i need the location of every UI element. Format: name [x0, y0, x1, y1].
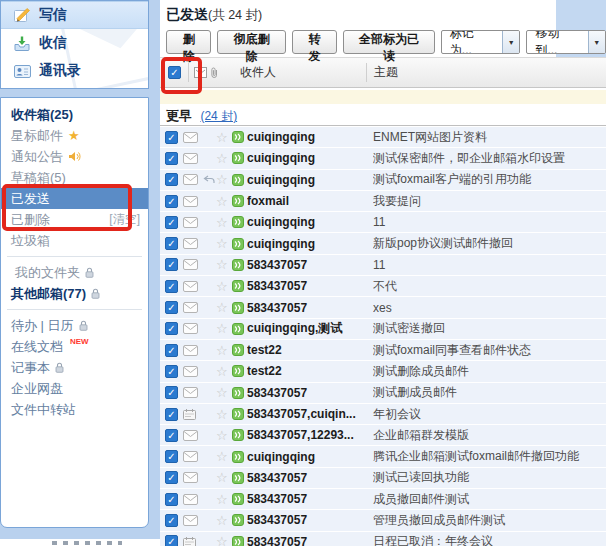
- folder-drafts[interactable]: 草稿箱(5): [1, 167, 148, 188]
- subject[interactable]: 不代: [373, 278, 606, 295]
- subject[interactable]: 我要提问: [373, 193, 606, 210]
- receive-button[interactable]: 收信: [1, 29, 148, 57]
- mail-row[interactable]: ✓☆583437057,cuiqin...年初会议: [160, 404, 606, 424]
- row-checkbox[interactable]: ✓: [165, 471, 178, 484]
- star-toggle[interactable]: ☆: [216, 470, 232, 485]
- mail-row[interactable]: ✓☆cuiqingqing测试保密邮件，即企业邮箱水印设置: [160, 148, 606, 168]
- empty-trash-link[interactable]: [清空]: [109, 211, 140, 228]
- subject[interactable]: xes: [373, 301, 606, 315]
- star-toggle[interactable]: ☆: [216, 343, 232, 358]
- row-checkbox[interactable]: ✓: [165, 195, 178, 208]
- star-toggle[interactable]: ☆: [216, 449, 232, 464]
- star-toggle[interactable]: ☆: [216, 236, 232, 251]
- subject[interactable]: 测试foxmail同事查看邮件状态: [373, 342, 606, 359]
- forward-button[interactable]: 转发: [292, 30, 337, 54]
- subject[interactable]: 测试foxmail客户端的引用功能: [373, 171, 606, 188]
- mail-row[interactable]: ✓☆583437057日程已取消：年终会议: [160, 532, 606, 546]
- subject[interactable]: 企业邮箱群发模版: [373, 427, 606, 444]
- star-toggle[interactable]: ☆: [216, 407, 232, 422]
- row-checkbox[interactable]: ✓: [165, 152, 178, 165]
- mail-row[interactable]: ✓☆583437057xes: [160, 297, 606, 317]
- mail-row[interactable]: ✓☆583437057,12293...企业邮箱群发模版: [160, 425, 606, 445]
- subject[interactable]: 新版pop协议测试邮件撤回: [373, 235, 606, 252]
- subject[interactable]: 测试保密邮件，即企业邮箱水印设置: [373, 150, 606, 167]
- row-checkbox[interactable]: ✓: [165, 344, 178, 357]
- attachment-icon[interactable]: [210, 58, 218, 87]
- mail-row[interactable]: ✓☆test22测试删除成员邮件: [160, 361, 606, 381]
- star-toggle[interactable]: ☆: [216, 172, 232, 187]
- folder-starred[interactable]: 星标邮件★: [1, 125, 148, 146]
- row-checkbox[interactable]: ✓: [165, 322, 178, 335]
- star-toggle[interactable]: ☆: [216, 492, 232, 507]
- row-checkbox[interactable]: ✓: [165, 301, 178, 314]
- mail-row[interactable]: ✓☆cuiqingqing新版pop协议测试邮件撤回: [160, 233, 606, 253]
- row-checkbox[interactable]: ✓: [165, 493, 178, 506]
- subject[interactable]: ENMET网站图片资料: [373, 129, 606, 146]
- permanent-delete-button[interactable]: 彻底删除: [217, 30, 286, 54]
- folder-other-mailboxes[interactable]: 其他邮箱(77): [1, 283, 148, 304]
- row-checkbox[interactable]: ✓: [165, 173, 178, 186]
- compose-button[interactable]: 写信: [1, 1, 148, 29]
- mail-row[interactable]: ✓☆foxmail我要提问: [160, 191, 606, 211]
- star-toggle[interactable]: ☆: [216, 257, 232, 272]
- mail-row[interactable]: ✓☆583437057管理员撤回成员邮件测试: [160, 510, 606, 530]
- subject[interactable]: 管理员撤回成员邮件测试: [373, 512, 606, 529]
- mail-row[interactable]: ✓☆cuiqingqing,测试测试密送撤回: [160, 319, 606, 339]
- link-file-transfer[interactable]: 文件中转站: [1, 399, 148, 420]
- link-enterprise-drive[interactable]: 企业网盘: [1, 378, 148, 399]
- mail-row[interactable]: ✓☆583437057成员撤回邮件测试: [160, 489, 606, 509]
- contacts-button[interactable]: 通讯录: [1, 57, 148, 85]
- row-checkbox[interactable]: ✓: [165, 258, 178, 271]
- delete-button[interactable]: 删除: [166, 30, 211, 54]
- mail-row[interactable]: ✓☆cuiqingqing11: [160, 212, 606, 232]
- subject[interactable]: 11: [373, 215, 606, 229]
- subject[interactable]: 测试删成员邮件: [373, 384, 606, 401]
- folder-sent[interactable]: 已发送: [1, 188, 148, 209]
- mark-as-dropdown[interactable]: 标记为...▼: [441, 30, 521, 54]
- mail-row[interactable]: ✓☆cuiqingqing腾讯企业邮箱测试foxmail邮件撤回功能: [160, 446, 606, 466]
- folder-announcements[interactable]: 通知公告: [1, 146, 148, 167]
- star-toggle[interactable]: ☆: [216, 151, 232, 166]
- row-checkbox[interactable]: ✓: [165, 429, 178, 442]
- move-to-dropdown[interactable]: 移动到...▼: [526, 30, 606, 54]
- mail-row[interactable]: ✓☆583437057测试已读回执功能: [160, 468, 606, 488]
- row-checkbox[interactable]: ✓: [165, 131, 178, 144]
- star-toggle[interactable]: ☆: [216, 130, 232, 145]
- mail-row[interactable]: ✓☆583437057不代: [160, 276, 606, 296]
- row-checkbox[interactable]: ✓: [165, 386, 178, 399]
- group-count-link[interactable]: (24 封): [200, 109, 237, 123]
- subject[interactable]: 测试删除成员邮件: [373, 363, 606, 380]
- star-toggle[interactable]: ☆: [216, 279, 232, 294]
- mail-state-icon[interactable]: [194, 58, 207, 87]
- mail-row[interactable]: ✓☆583437057测试删成员邮件: [160, 383, 606, 403]
- mail-row[interactable]: ✓☆58343705711: [160, 255, 606, 275]
- mark-all-read-button[interactable]: 全部标为已读: [343, 30, 435, 54]
- star-toggle[interactable]: ☆: [216, 300, 232, 315]
- subject[interactable]: 年初会议: [373, 406, 606, 423]
- subject[interactable]: 腾讯企业邮箱测试foxmail邮件撤回功能: [373, 448, 606, 465]
- subject[interactable]: 成员撤回邮件测试: [373, 491, 606, 508]
- link-online-docs[interactable]: 在线文档NEW: [1, 336, 148, 357]
- row-checkbox[interactable]: ✓: [165, 535, 178, 546]
- folder-trash[interactable]: 垃圾箱: [1, 230, 148, 251]
- mail-row[interactable]: ✓☆cuiqingqing测试foxmail客户端的引用功能: [160, 170, 606, 190]
- link-todo-calendar[interactable]: 待办 | 日历: [1, 315, 148, 336]
- star-toggle[interactable]: ☆: [216, 534, 232, 546]
- link-notebook[interactable]: 记事本: [1, 357, 148, 378]
- row-checkbox[interactable]: ✓: [165, 365, 178, 378]
- row-checkbox[interactable]: ✓: [165, 216, 178, 229]
- folder-deleted[interactable]: 已删除[清空]: [1, 209, 148, 230]
- mail-row[interactable]: ✓☆test22测试foxmail同事查看邮件状态: [160, 340, 606, 360]
- row-checkbox[interactable]: ✓: [165, 408, 178, 421]
- row-checkbox[interactable]: ✓: [165, 280, 178, 293]
- star-toggle[interactable]: ☆: [216, 428, 232, 443]
- folder-inbox[interactable]: 收件箱(25): [1, 104, 148, 125]
- subject[interactable]: 日程已取消：年终会议: [373, 533, 606, 546]
- mail-row[interactable]: ✓☆cuiqingqingENMET网站图片资料: [160, 127, 606, 147]
- star-toggle[interactable]: ☆: [216, 513, 232, 528]
- star-toggle[interactable]: ☆: [216, 194, 232, 209]
- star-toggle[interactable]: ☆: [216, 364, 232, 379]
- folder-my-folders[interactable]: 我的文件夹: [1, 262, 148, 283]
- star-toggle[interactable]: ☆: [216, 385, 232, 400]
- subject[interactable]: 测试已读回执功能: [373, 469, 606, 486]
